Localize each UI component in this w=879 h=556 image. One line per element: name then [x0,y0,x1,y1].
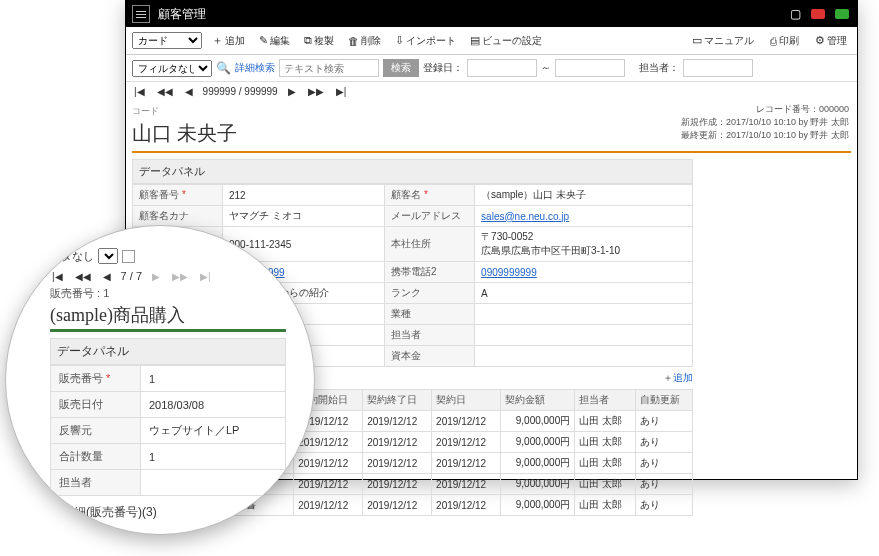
pager-counter: 999999 / 999999 [203,86,278,97]
window-icon[interactable]: ▢ [787,6,803,22]
menu-icon[interactable] [132,5,150,23]
tilde: ～ [541,61,551,75]
notification-icon[interactable] [809,7,827,21]
search-button[interactable]: 検索 [383,59,419,77]
admin-button[interactable]: ⚙管理 [811,32,851,50]
zoom-square-icon[interactable] [122,250,135,263]
assignee-label: 担当者： [639,61,679,75]
regdate-from-input[interactable] [467,59,537,77]
zoom-detail-table: 販売番号*1 販売日付2018/03/08 反響元ウェブサイト／LP 合計数量1… [50,365,286,496]
import-icon: ⇩ [395,34,404,47]
filter-select[interactable]: フィルタなし [132,60,212,77]
divider [132,151,851,153]
toolbar: カード ＋追加 ✎編集 ⧉複製 🗑削除 ⇩インポート ▤ビューの設定 ▭マニュア… [126,27,857,55]
required-icon: * [424,189,428,200]
app-title: 顧客管理 [158,6,206,23]
zoom-panel-title: データパネル [50,338,286,365]
detail-search-link[interactable]: 詳細検索 [235,61,275,75]
regdate-to-input[interactable] [555,59,625,77]
pager-prev-icon[interactable]: ◀ [183,86,195,97]
topbar: 顧客管理 ▢ [126,1,857,27]
view-setting-button[interactable]: ▤ビューの設定 [466,32,546,50]
grid-icon: ▤ [470,34,480,47]
gear-icon: ⚙ [815,34,825,47]
zoom-pager: |◀ ◀◀ ◀ 7 / 7 ▶ ▶▶ ▶| [50,268,286,284]
assignee-input[interactable] [683,59,753,77]
zoom-filter-select[interactable] [98,248,118,264]
required-icon: * [106,372,110,384]
grid-add-link[interactable]: 追加 [673,372,693,383]
filterbar: フィルタなし 🔍 詳細検索 検索 登録日： ～ 担当者： [126,55,857,82]
required-icon: * [182,189,186,200]
record-meta: レコード番号：000000 新規作成：2017/10/10 10:10 by 野… [681,103,849,142]
pencil-icon: ✎ [259,34,268,47]
plus-icon: ＋ [663,372,673,383]
trash-icon: 🗑 [348,35,359,47]
copy-icon: ⧉ [304,34,312,47]
regdate-label: 登録日： [423,61,463,75]
pager-last-icon[interactable]: ▶| [198,271,213,282]
zoom-pager-counter: 7 / 7 [121,270,142,282]
manual-button[interactable]: ▭マニュアル [688,32,758,50]
zoom-title: (sample)商品購入 [50,303,286,327]
view-select[interactable]: カード [132,32,202,49]
pager-fastfwd-icon[interactable]: ▶▶ [306,86,326,97]
text-search-input[interactable] [279,59,379,77]
side-panel [701,159,851,516]
email-link[interactable]: sales@ne.neu.co.jp [481,211,569,222]
pager-first-icon[interactable]: |◀ [132,86,147,97]
book-icon: ▭ [692,34,702,47]
print-icon: ⎙ [770,35,777,47]
plus-icon: ＋ [212,33,223,48]
delete-button[interactable]: 🗑削除 [344,32,385,50]
task-icon[interactable] [833,7,851,21]
pager-next-icon[interactable]: ▶ [150,271,162,282]
pager-next-icon[interactable]: ▶ [286,86,298,97]
pager-fastback-icon[interactable]: ◀◀ [73,271,93,282]
zoom-lens: ルタなし |◀ ◀◀ ◀ 7 / 7 ▶ ▶▶ ▶| 販売番号 : 1 (sam… [5,225,315,535]
pager-prev-icon[interactable]: ◀ [101,271,113,282]
topbar-right: ▢ [787,6,851,22]
add-button[interactable]: ＋追加 [208,31,249,50]
pager: |◀ ◀◀ ◀ 999999 / 999999 ▶ ▶▶ ▶| [126,82,857,101]
import-button[interactable]: ⇩インポート [391,32,460,50]
search-icon[interactable]: 🔍 [216,61,231,75]
edit-button[interactable]: ✎編集 [255,32,294,50]
print-button[interactable]: ⎙印刷 [766,32,803,50]
zoom-divider [50,329,286,332]
panel-title: データパネル [132,159,693,184]
mobile2-link[interactable]: 0909999999 [481,267,537,278]
toolbar-right: ▭マニュアル ⎙印刷 ⚙管理 [688,32,851,50]
pager-fastback-icon[interactable]: ◀◀ [155,86,175,97]
pager-fastfwd-icon[interactable]: ▶▶ [170,271,190,282]
copy-button[interactable]: ⧉複製 [300,32,338,50]
pager-last-icon[interactable]: ▶| [334,86,349,97]
pager-first-icon[interactable]: |◀ [50,271,65,282]
